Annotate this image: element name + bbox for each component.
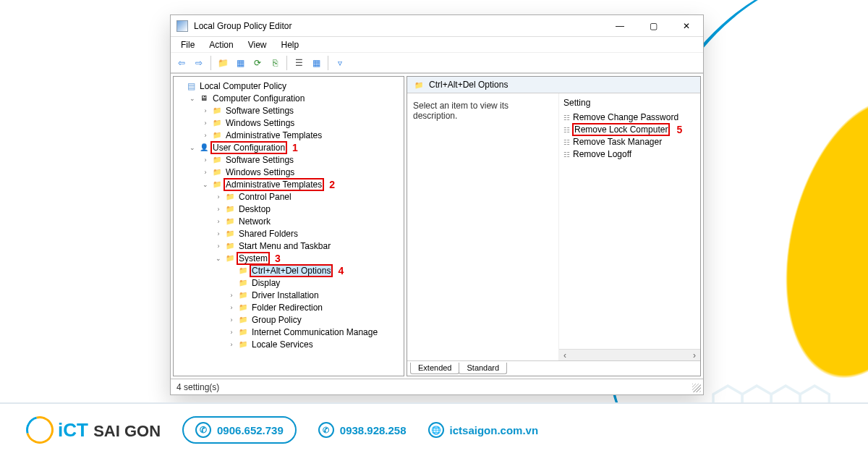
expand-icon[interactable]: › [201,107,210,114]
phone-primary[interactable]: ✆ 0906.652.739 [182,416,297,444]
folder-icon [224,216,236,227]
collapse-icon[interactable]: ⌄ [188,144,197,151]
collapse-icon[interactable]: ⌄ [188,95,197,102]
expand-icon[interactable]: › [227,329,236,336]
expand-icon[interactable]: › [214,206,223,213]
forward-button[interactable] [191,55,207,71]
tree-pane[interactable]: Local Computer Policy ⌄ Computer Configu… [173,76,404,376]
tree-item[interactable]: ›Desktop [214,203,404,215]
expand-icon[interactable]: › [201,156,210,164]
tree-item[interactable]: ›Group Policy [227,313,404,326]
close-button[interactable]: ✕ [670,15,703,36]
computer-icon [198,93,210,104]
tree-item[interactable]: Display [227,276,404,289]
tree-item[interactable]: ›Software Settings [201,104,404,117]
tree-item[interactable]: ›Driver Installation [227,289,404,301]
expand-icon[interactable]: › [214,218,223,225]
scroll-right-icon[interactable]: › [689,350,700,360]
expand-icon[interactable]: › [201,119,210,127]
refresh-button[interactable] [250,55,265,71]
setting-item[interactable]: Remove Change Password [561,111,699,123]
menu-action[interactable]: Action [203,38,239,51]
properties-button[interactable] [291,55,307,71]
tree-label: Control Panel [237,192,293,202]
tree-item[interactable]: ›Shared Folders [214,227,404,240]
tree-item[interactable]: ›Folder Redirection [227,301,404,313]
folder-icon [224,229,236,239]
show-hide-tree-button[interactable] [232,55,248,71]
export-list-button[interactable] [267,55,283,71]
status-bar: 4 setting(s) [171,379,703,394]
tree-user-config[interactable]: ⌄ User Configuration 1 [188,141,404,153]
menu-bar: File Action View Help [171,37,703,53]
settings-list[interactable]: Setting Remove Change Password Remove Lo… [559,93,700,360]
tree-item[interactable]: ›Network [214,215,404,227]
tree-label: Driver Installation [250,290,320,300]
setting-remove-lock-computer[interactable]: Remove Lock Computer5 [561,123,699,135]
tree-label: Administrative Templates [224,178,324,191]
tree-item[interactable]: ›Windows Settings [201,117,404,129]
collapse-icon[interactable]: ⌄ [214,255,223,262]
options-button[interactable] [308,55,324,71]
menu-help[interactable]: Help [276,38,305,51]
collapse-icon[interactable]: ⌄ [201,181,210,188]
tree-item[interactable]: ›Administrative Templates [201,129,404,141]
folder-icon [224,192,236,202]
expand-icon[interactable]: › [214,193,223,200]
up-button[interactable] [215,55,231,71]
setting-item[interactable]: Remove Logoff [561,148,699,160]
tab-standard[interactable]: Standard [459,363,507,374]
expand-icon[interactable]: › [227,304,236,311]
phone-icon: ✆ [195,422,211,438]
tree-label: Windows Settings [224,118,296,128]
column-header-setting[interactable]: Setting [561,98,699,111]
folder-icon [211,180,223,190]
expand-icon[interactable]: › [227,292,236,299]
setting-label: Remove Logoff [573,149,631,159]
expand-icon[interactable]: › [214,242,223,250]
menu-view[interactable]: View [242,38,273,51]
folder-icon [237,278,249,288]
setting-item[interactable]: Remove Task Manager [561,135,699,148]
website-url: ictsaigon.com.vn [450,424,539,436]
tree-label: Locale Services [250,339,315,350]
tree-system[interactable]: ⌄ System 3 [214,252,404,264]
tree-label: Computer Configuration [211,93,306,104]
setting-icon [563,137,570,147]
callout-2: 2 [329,179,335,190]
minimize-button[interactable]: — [603,15,637,36]
expand-icon[interactable]: › [227,341,236,348]
tree-item[interactable]: ›Control Panel [214,190,404,203]
folder-icon [413,80,425,90]
horizontal-scrollbar[interactable]: ‹› [559,349,700,360]
callout-1: 1 [292,142,298,153]
tree-item[interactable]: ›Locale Services [227,338,404,350]
tree-item[interactable]: ›Software Settings [201,153,404,166]
expand-icon[interactable]: › [227,316,236,324]
scroll-left-icon[interactable]: ‹ [559,350,571,360]
title-bar[interactable]: Local Group Policy Editor — ▢ ✕ [171,15,703,37]
tree-item[interactable]: ›Windows Settings [201,166,404,178]
expand-icon[interactable]: › [201,132,210,139]
expand-icon[interactable]: › [201,169,210,176]
phone-secondary[interactable]: ✆ 0938.928.258 [318,422,407,438]
expand-icon[interactable]: › [214,230,223,237]
maximize-button[interactable]: ▢ [637,15,670,36]
menu-file[interactable]: File [175,38,200,51]
filter-button[interactable] [332,55,348,71]
tab-extended[interactable]: Extended [410,363,459,374]
tree-label: Ctrl+Alt+Del Options [250,264,333,277]
resize-grip-icon[interactable] [692,384,701,392]
phone-icon: ✆ [318,422,334,438]
tree-computer-config[interactable]: ⌄ Computer Configuration [188,92,404,104]
logo-swirl-icon [21,411,59,449]
tree-ctrl-alt-del[interactable]: Ctrl+Alt+Del Options 4 [227,264,404,276]
tree-item[interactable]: ›Internet Communication Manage [227,326,404,338]
website-link[interactable]: 🌐 ictsaigon.com.vn [428,422,539,438]
toolbar-divider [210,56,211,70]
tree-root-node[interactable]: Local Computer Policy [175,80,404,92]
tree-admin-templates[interactable]: ⌄ Administrative Templates 2 [201,178,404,190]
back-button[interactable] [174,55,190,71]
tree-item[interactable]: ›Start Menu and Taskbar [214,240,404,252]
brand-part-2: SAI GON [93,422,161,440]
